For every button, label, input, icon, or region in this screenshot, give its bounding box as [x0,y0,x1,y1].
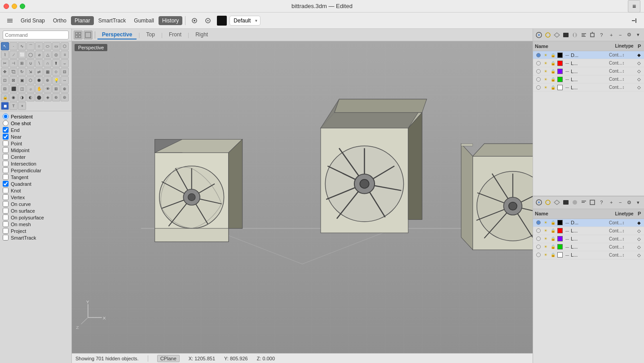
bottom-remove-layer-btn[interactable]: − [616,197,624,207]
layer-visibility-icon[interactable] [535,243,542,250]
bottom-layer-icon-3[interactable] [553,197,561,207]
layer-row[interactable]: ☀🔒—L...Cont...↕◇ [533,83,644,92]
zoom-tool[interactable]: ⌕ [26,85,35,93]
analysis-tool[interactable]: ⊕ [44,76,52,84]
boolean-int-tool[interactable]: ∩ [44,59,52,67]
close-button[interactable] [4,4,9,9]
osnap-checkbox-tangent[interactable] [3,174,9,180]
layer-sun-icon[interactable]: ☀ [542,68,549,75]
osnap-checkbox-near[interactable] [3,134,9,140]
smarttrack-button[interactable]: SmartTrack [95,16,130,25]
layer-color-swatch[interactable] [556,52,564,59]
osnap-checkbox-knot[interactable] [3,188,9,193]
rotate-tool[interactable]: ↻ [18,68,26,76]
osnap-checkbox-on_mesh[interactable] [3,221,9,227]
osnap-checkbox-midpoint[interactable] [3,147,9,153]
layer-row[interactable]: ☀🔒—L...Cont...↕◇ [533,251,644,259]
history-button[interactable]: History [159,16,182,25]
osnap-item-on_polysurface[interactable]: On polysurface [3,214,69,221]
rect-tool[interactable]: ▭ [52,42,60,50]
curve-tool[interactable]: ∿ [18,42,26,50]
color-swatch[interactable] [217,16,227,26]
osnap-item-on_surface[interactable]: On surface [3,207,69,214]
bottom-layer-icon-6[interactable] [580,197,588,207]
measure-tool[interactable]: ◫ [18,85,26,93]
layer-color-swatch[interactable] [556,251,564,258]
layer-visibility-icon[interactable] [535,251,542,258]
remove-layer-btn[interactable]: − [616,30,624,40]
osnap-checkbox-end[interactable] [3,127,9,133]
layer-sun-icon[interactable]: ☀ [542,219,549,226]
tab-perspective[interactable]: Perspective [97,31,137,39]
layer-panel-icon-1[interactable] [535,30,543,40]
point-tool[interactable]: · [9,42,18,50]
select-tool[interactable]: ↖ [1,42,9,50]
tab-top[interactable]: Top [142,31,159,39]
osnap-checkbox-on_curve[interactable] [3,201,9,207]
layer-panel-icon-6[interactable] [580,30,588,40]
bottom-layer-icon-8[interactable]: ? [597,197,605,207]
mesh-tool[interactable]: ⬢ [35,76,43,84]
osnap-item-smarttrack[interactable]: SmartTrack [3,234,69,241]
layer-settings-btn[interactable]: ⚙ [625,30,633,40]
layer-sun-icon[interactable]: ☀ [542,235,549,242]
osnap-item-project[interactable]: Project [3,227,69,234]
camera-icon[interactable] [188,14,201,27]
layer-row[interactable]: ☀🔒—L...Cont...↕◇ [533,75,644,83]
viewport-single-icon[interactable] [84,31,93,39]
render-tool[interactable]: ◐ [26,93,35,101]
osnap-item-near[interactable]: Near [3,133,69,140]
layer-lock-icon[interactable]: 🔒 [549,251,556,258]
layer-sun-icon[interactable]: ☀ [542,84,549,91]
osnap-item-end[interactable]: End [3,127,69,133]
polygon-tool[interactable]: ⬡ [61,42,69,50]
layer-sun-icon[interactable]: ☀ [542,243,549,250]
layer-row[interactable]: ☀🔒—L...Cont...↕◇ [533,227,644,235]
planar-button[interactable]: Planar [71,16,94,25]
layer-sun-icon[interactable]: ☀ [542,76,549,83]
layer-panel-icon-8[interactable]: ? [597,30,605,40]
boolean-diff-tool[interactable]: ∖ [35,59,43,67]
one-shot-radio-input[interactable] [3,120,9,126]
layer-lock-icon[interactable]: 🔒 [549,235,556,242]
mirror-tool[interactable]: ⇌ [35,68,43,76]
scale-tool[interactable]: ⇲ [26,68,35,76]
persistent-radio-input[interactable] [3,114,9,119]
layer-lock-icon[interactable]: 🔒 [549,60,556,67]
osnap-checkbox-quadrant[interactable] [3,181,9,187]
callout-tool[interactable]: ⌖ [18,102,26,110]
osnap-item-perpendicular[interactable]: Perpendicular [3,167,69,174]
layer-lock-icon[interactable]: 🔒 [549,68,556,75]
layer-visibility-icon[interactable] [535,52,542,59]
layer-color-swatch[interactable] [556,227,564,234]
circle-tool[interactable]: ○ [35,42,43,50]
layer-lock-icon[interactable]: 🔒 [549,84,556,91]
osnap-checkbox-point[interactable] [3,140,9,146]
bottom-layer-icon-4[interactable] [562,197,570,207]
osnap-checkbox-vertex[interactable] [3,194,9,200]
ungroup-tool[interactable]: ⊠ [9,76,18,84]
dimension-tool[interactable]: ↔ [61,76,69,84]
layer-lock-icon[interactable]: 🔒 [549,219,556,226]
layer-panel-icon-5[interactable] [571,30,579,40]
hatch-tool[interactable]: ⊟ [1,85,9,93]
cylinder-tool[interactable]: ⌀ [35,51,43,59]
move-tool[interactable]: ✥ [1,68,9,76]
display-mode-dropdown[interactable]: Default [229,16,260,26]
pan-tool[interactable]: ✋ [35,85,43,93]
right-panel-icon[interactable]: ≡ [628,0,640,13]
osnap-checkbox-smarttrack[interactable] [3,235,9,241]
sphere-tool[interactable]: ◯ [26,51,35,59]
osnap-checkbox-center[interactable] [3,154,9,160]
freeform-curve-tool[interactable]: ⌇ [1,51,9,59]
persistent-radio[interactable]: Persistent [3,113,69,120]
layer-sun-icon[interactable]: ☀ [542,60,549,67]
layer-row[interactable]: ☀🔒—L...Cont...↕◇ [533,235,644,243]
osnap-item-tangent[interactable]: Tangent [3,174,69,180]
osnap-item-center[interactable]: Center [3,153,69,160]
extra-tool-1[interactable]: ⊛ [52,93,60,101]
layer-sun-icon[interactable]: ☀ [542,52,549,59]
layer-visibility-icon[interactable] [535,76,542,83]
ellipse-tool[interactable]: ⬭ [44,42,52,50]
osnap-item-on_mesh[interactable]: On mesh [3,221,69,227]
